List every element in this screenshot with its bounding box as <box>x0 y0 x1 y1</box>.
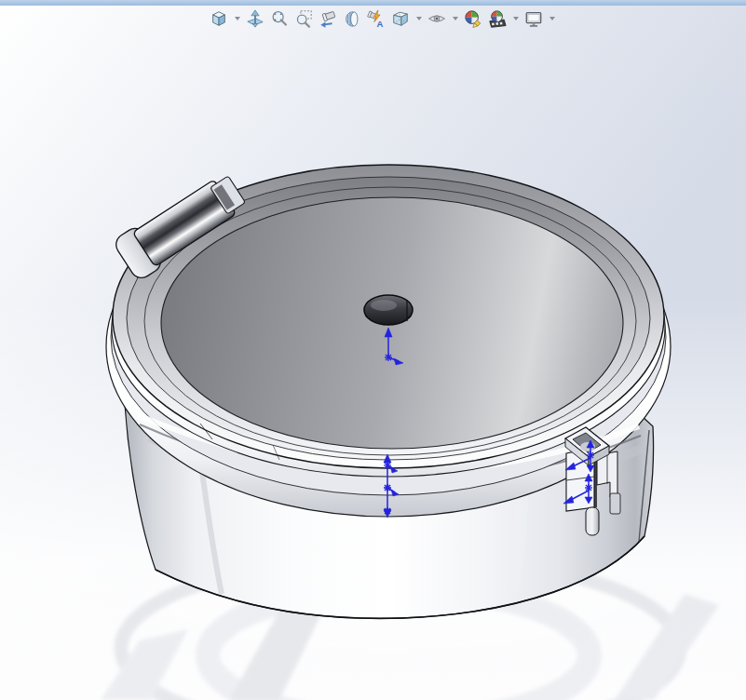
flashlight-back-arrow-icon <box>319 8 337 29</box>
monitor-icon <box>524 8 543 29</box>
solidworks-window <box>0 0 746 700</box>
section-view-button[interactable] <box>342 7 362 30</box>
magnifier-expand-icon <box>270 8 289 29</box>
normal-to-button[interactable] <box>245 7 265 30</box>
display-style-dropdown-caret-icon[interactable] <box>233 7 241 30</box>
edit-appearance-button[interactable] <box>463 7 483 30</box>
display-style-button[interactable] <box>209 7 229 30</box>
color-sphere-pencil-icon <box>464 8 482 29</box>
model-pot-assembly[interactable] <box>106 165 671 618</box>
view-orientation-dropdown-caret-icon[interactable] <box>414 7 423 30</box>
previous-view-button[interactable] <box>318 7 338 30</box>
heads-up-view-toolbar <box>209 6 556 32</box>
viewport-3d[interactable] <box>0 0 746 700</box>
apply-scene-dropdown-caret-icon[interactable] <box>511 7 520 30</box>
section-cut-icon <box>343 8 361 29</box>
color-sphere-filmstrip-icon <box>488 8 507 29</box>
view-orientation-button[interactable] <box>390 7 411 30</box>
zoom-to-area-button[interactable] <box>293 7 314 30</box>
hide-show-items-button[interactable] <box>427 7 447 30</box>
shaded-cube-icon <box>210 8 228 29</box>
eye-icon <box>427 8 446 29</box>
lid-center-hole[interactable] <box>364 295 413 325</box>
view-settings-button[interactable] <box>523 7 544 30</box>
zoom-to-fit-button[interactable] <box>269 7 290 30</box>
apply-scene-button[interactable] <box>487 7 508 30</box>
magnifier-marquee-icon <box>294 8 313 29</box>
arrow-through-plane-icon <box>246 8 264 29</box>
lightning-letter-a-icon <box>367 8 386 29</box>
view-cube-icon <box>391 8 410 29</box>
view-settings-dropdown-caret-icon[interactable] <box>548 7 556 30</box>
hide-show-items-dropdown-caret-icon[interactable] <box>451 7 459 30</box>
dynamic-annotation-views-button[interactable] <box>366 7 387 30</box>
